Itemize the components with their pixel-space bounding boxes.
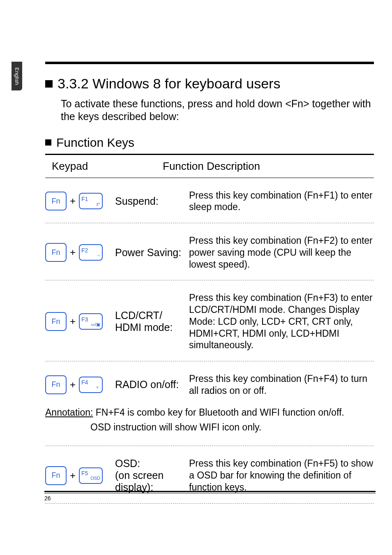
fn-key-icon: Fn (45, 192, 67, 210)
function-desc: Press this key combination (Fn+F5) to sh… (189, 458, 374, 493)
footer: 26 (44, 491, 376, 502)
main-content: 3.3.2 Windows 8 for keyboard users To ac… (45, 62, 374, 504)
table-header-row: Keypad Function Description (45, 154, 374, 178)
footer-rule-icon (44, 493, 376, 493)
function-name: Power Saving: (115, 247, 189, 259)
sub-heading: Function Keys (45, 136, 374, 150)
annotation-line1: FN+F4 is combo key for Bluetooth and WIF… (96, 407, 344, 418)
annotation-line2: OSD instruction will show WIFI icon only… (90, 420, 374, 435)
plus-icon: + (70, 316, 76, 327)
function-desc: Press this key combination (Fn+F4) to tu… (189, 373, 374, 397)
bullet-icon (45, 80, 53, 88)
keypad-cell: Fn + F1 zᶻ (45, 192, 115, 210)
key-label-bot: ▭/▣ (91, 322, 100, 327)
section-heading: 3.3.2 Windows 8 for keyboard users (45, 76, 374, 92)
f2-key-icon: F2 ⎓ (79, 244, 103, 261)
key-label-bot: ᯤ (96, 385, 100, 390)
table-row: Fn + F1 zᶻ Suspend: Press this key combi… (45, 178, 374, 224)
table-row: Fn + F3 ▭/▣ LCD/CRT/ HDMI mode: Press th… (45, 280, 374, 361)
page-number: 26 (44, 495, 376, 502)
bullet-icon (45, 139, 51, 146)
fn-key-icon: Fn (45, 466, 67, 485)
keypad-cell: Fn + F3 ▭/▣ (45, 312, 115, 331)
fn-key-icon: Fn (45, 243, 67, 262)
plus-icon: + (70, 379, 76, 391)
function-name: Suspend: (115, 195, 189, 207)
f4-key-icon: F4 ᯤ (79, 377, 103, 393)
plus-icon: + (70, 247, 76, 258)
function-name: RADIO on/off: (115, 379, 189, 391)
language-tab: English (12, 62, 22, 90)
intro-text: To activate these functions, press and h… (61, 97, 374, 123)
f3-key-icon: F3 ▭/▣ (79, 313, 103, 330)
plus-icon: + (70, 195, 76, 207)
function-desc: Press this key combination (Fn+F1) to en… (189, 190, 374, 213)
key-label-top: F2 (81, 247, 88, 253)
function-desc: Press this key combination (Fn+F3) to en… (189, 292, 374, 351)
key-label-bot: OSD (90, 476, 100, 481)
key-label-bot: zᶻ (97, 202, 101, 206)
key-label-top: F5 (81, 470, 88, 476)
f1-key-icon: F1 zᶻ (79, 193, 103, 209)
col-header-keypad: Keypad (48, 160, 163, 173)
section-number: 3.3.2 (58, 76, 89, 91)
f5-key-icon: F5 OSD (79, 467, 103, 484)
sub-title: Function Keys (56, 136, 134, 150)
plus-icon: + (70, 470, 76, 481)
col-header-desc: Function Description (163, 160, 260, 173)
fn-key-icon: Fn (45, 312, 67, 331)
key-label-top: F4 (81, 379, 88, 385)
function-name: LCD/CRT/ HDMI mode: (115, 310, 189, 333)
function-name: OSD: (on screen display): (115, 458, 189, 493)
top-rule (45, 62, 374, 64)
key-label-top: F3 (81, 317, 88, 322)
footer-rule-icon (44, 491, 376, 492)
keypad-cell: Fn + F5 OSD (45, 466, 115, 485)
annotation-label: Annotation: (45, 407, 93, 418)
section-title: Windows 8 for keyboard users (92, 76, 280, 91)
annotation-block: Annotation: FN+F4 is combo key for Bluet… (45, 401, 374, 446)
key-label-top: F1 (81, 196, 88, 202)
fn-key-icon: Fn (45, 375, 67, 394)
keypad-cell: Fn + F2 ⎓ (45, 243, 115, 262)
table-row: Fn + F2 ⎓ Power Saving: Press this key c… (45, 223, 374, 280)
function-desc: Press this key combination (Fn+F2) to en… (189, 235, 374, 270)
key-label-bot: ⎓ (97, 253, 100, 258)
table-row: Fn + F4 ᯤ RADIO on/off: Press this key c… (45, 361, 374, 401)
keypad-cell: Fn + F4 ᯤ (45, 375, 115, 394)
